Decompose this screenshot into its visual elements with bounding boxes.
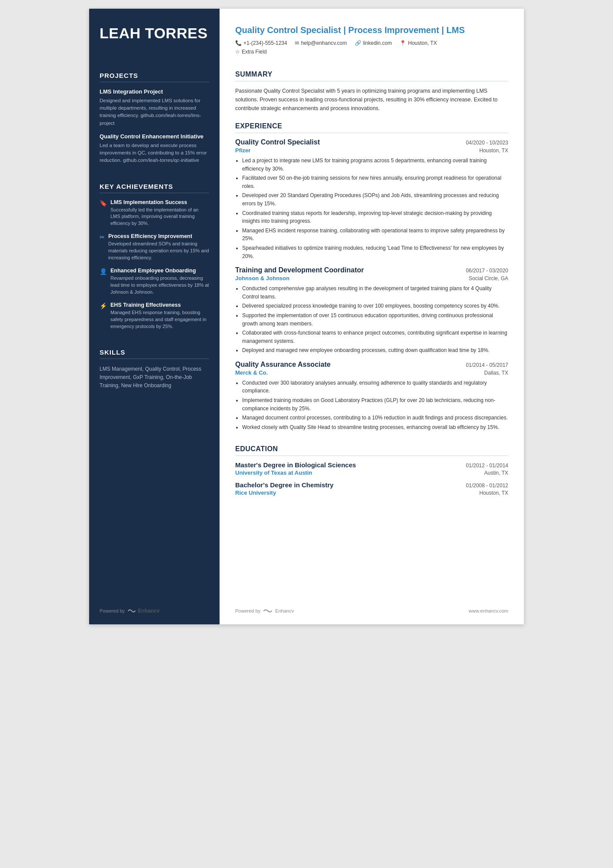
main-headline: Quality Control Specialist | Process Imp… (235, 24, 508, 36)
job-1-company-row: Pfizer Houston, TX (235, 147, 508, 154)
edu-1-school-row: University of Texas at Austin Austin, TX (235, 469, 508, 476)
edu-1-location: Austin, TX (484, 470, 508, 476)
bullet: Led a project to integrate new LMS for t… (242, 157, 508, 173)
extra-field-row: ☆ Extra Field (235, 49, 508, 55)
skills-text: LMS Management, Quality Control, Process… (100, 365, 209, 390)
linkedin-icon: 🔗 (355, 40, 361, 46)
resume-page: LEAH TORRES PROJECTS LMS Integration Pro… (89, 9, 524, 624)
achievement-icon-4: ⚡ (100, 302, 107, 309)
skills-divider (100, 359, 209, 359)
phone-value: +1-(234)-555-1234 (243, 40, 287, 46)
achievement-item-4: ⚡ EHS Training Effectiveness Managed EHS… (100, 302, 209, 330)
sidebar: LEAH TORRES PROJECTS LMS Integration Pro… (89, 9, 220, 624)
edu-2-header: Bachelor's Degree in Chemistry 01/2008 -… (235, 481, 508, 489)
job-3-dates: 01/2014 - 05/2017 (466, 362, 508, 368)
experience-section-title: EXPERIENCE (235, 122, 508, 130)
linkedin-value: linkedin.com (363, 40, 392, 46)
job-3-title: Quality Assurance Associate (235, 361, 330, 369)
job-item-2: Training and Development Coordinator 06/… (235, 266, 508, 361)
education-divider (235, 456, 508, 456)
bullet: Managed document control processes, cont… (242, 414, 508, 422)
edu-1-degree: Master's Degree in Biological Sciences (235, 461, 356, 469)
achievements-section: KEY ACHIEVEMENTS 🔖 LMS Implementation Su… (100, 171, 209, 336)
job-1-title: Quality Control Specialist (235, 138, 320, 146)
edu-2-dates: 01/2008 - 01/2012 (466, 483, 508, 489)
job-3-header: Quality Assurance Associate 01/2014 - 05… (235, 361, 508, 369)
location-value: Houston, TX (408, 40, 436, 46)
bullet: Coordinated training status reports for … (242, 209, 508, 225)
job-2-location: Social Circle, GA (469, 275, 508, 282)
edu-2-degree: Bachelor's Degree in Chemistry (235, 481, 333, 489)
projects-divider (100, 82, 209, 82)
project-2-title: Quality Control Enhancement Initiative (100, 133, 209, 140)
achievement-content-4: EHS Training Effectiveness Managed EHS r… (110, 302, 209, 330)
job-2-title: Training and Development Coordinator (235, 266, 364, 274)
bullet: Developed over 20 Standard Operating Pro… (242, 191, 508, 208)
achievement-item-1: 🔖 LMS Implementation Success Successfull… (100, 199, 209, 228)
job-3-company: Merck & Co. (235, 369, 268, 376)
bullet: Collaborated with cross-functional teams… (242, 329, 508, 345)
main-content: Quality Control Specialist | Process Imp… (220, 9, 524, 624)
achievement-icon-1: 🔖 (100, 200, 107, 207)
achievement-desc-4: Managed EHS response training, boosting … (110, 309, 209, 330)
contact-phone: 📞 +1-(234)-555-1234 (235, 40, 287, 46)
edu-2-location: Houston, TX (480, 490, 508, 496)
brand-name: Enhancv (138, 608, 160, 614)
bullet: Conducted over 300 laboratory analyses a… (242, 379, 508, 395)
star-icon: ☆ (235, 49, 240, 55)
achievement-desc-1: Successfully led the implementation of a… (110, 207, 209, 228)
achievement-item-2: ✂ Process Efficiency Improvement Develop… (100, 233, 209, 261)
achievement-icon-3: 👤 (100, 268, 107, 275)
achievement-desc-3: Revamped onboarding process, decreasing … (110, 275, 209, 296)
bullet: Facilitated over 50 on-the-job training … (242, 174, 508, 190)
footer-powered-label: Powered by (235, 608, 260, 613)
job-1-company: Pfizer (235, 147, 250, 154)
project-2-desc: Led a team to develop and execute proces… (100, 142, 209, 164)
email-icon: ✉ (295, 40, 299, 46)
bullet: Implemented training modules on Good Lab… (242, 396, 508, 412)
powered-by-label: Powered by (100, 608, 125, 613)
contact-linkedin: 🔗 linkedin.com (355, 40, 392, 46)
achievement-title-2: Process Efficiency Improvement (108, 233, 209, 239)
sidebar-footer: Powered by Enhancv (100, 599, 209, 614)
edu-2-school: Rice University (235, 489, 276, 496)
bullet: Managed EHS incident response training, … (242, 227, 508, 243)
bullet: Supported the implementation of over 15 … (242, 312, 508, 328)
bullet: Delivered specialized process knowledge … (242, 302, 508, 310)
achievement-icon-2: ✂ (100, 234, 105, 241)
projects-title: PROJECTS (100, 72, 209, 79)
job-2-dates: 06/2017 - 03/2020 (466, 268, 508, 274)
bullet: Deployed and managed new employee onboar… (242, 346, 508, 355)
achievement-title-1: LMS Implementation Success (110, 199, 209, 205)
contact-location: 📍 Houston, TX (400, 40, 436, 46)
skills-title: SKILLS (100, 349, 209, 356)
edu-2-school-row: Rice University Houston, TX (235, 489, 508, 496)
footer-brand-name: Enhancv (275, 608, 294, 613)
contact-email: ✉ help@enhancv.com (295, 40, 346, 46)
job-3-company-row: Merck & Co. Dallas, TX (235, 369, 508, 376)
job-item-1: Quality Control Specialist 04/2020 - 10/… (235, 138, 508, 266)
job-3-location: Dallas, TX (484, 370, 508, 376)
extra-field-value: Extra Field (242, 49, 267, 55)
achievements-title: KEY ACHIEVEMENTS (100, 183, 209, 190)
job-1-dates: 04/2020 - 10/2023 (466, 140, 508, 146)
enhancv-logo-icon (127, 608, 136, 613)
bullet: Spearheaded initiatives to optimize trai… (242, 244, 508, 260)
edu-1-header: Master's Degree in Biological Sciences 0… (235, 461, 508, 469)
candidate-name: LEAH TORRES (100, 24, 209, 42)
job-1-header: Quality Control Specialist 04/2020 - 10/… (235, 138, 508, 146)
achievements-divider (100, 193, 209, 193)
summary-divider (235, 81, 508, 81)
footer-logo-icon (263, 608, 273, 614)
achievement-title-3: Enhanced Employee Onboarding (110, 268, 209, 274)
bullet: Worked closely with Quality Site Head to… (242, 423, 508, 432)
email-value: help@enhancv.com (301, 40, 346, 46)
summary-section-title: SUMMARY (235, 70, 508, 78)
achievement-desc-2: Developed streamlined SOPs and training … (108, 241, 209, 261)
sidebar-powered-by: Powered by Enhancv (100, 608, 209, 614)
achievement-item-3: 👤 Enhanced Employee Onboarding Revamped … (100, 268, 209, 296)
phone-icon: 📞 (235, 40, 242, 46)
location-icon: 📍 (400, 40, 406, 46)
job-2-company-row: Johnson & Johnson Social Circle, GA (235, 275, 508, 282)
job-2-header: Training and Development Coordinator 06/… (235, 266, 508, 274)
